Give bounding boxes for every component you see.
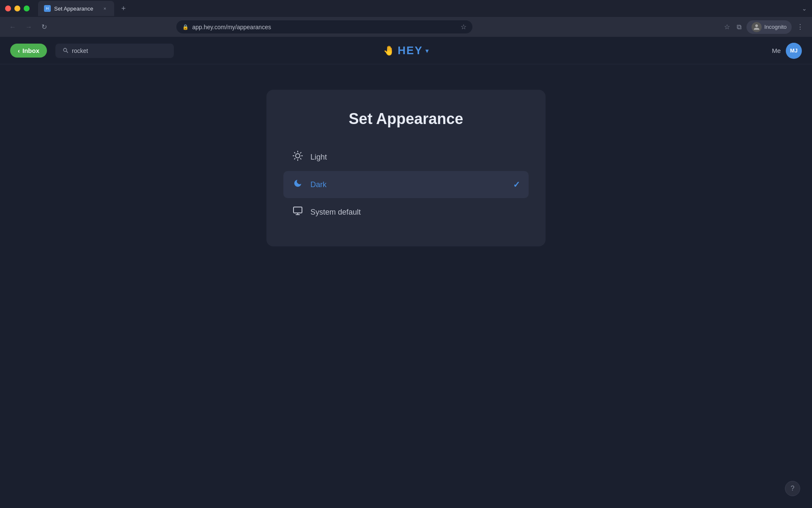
- me-label: Me: [772, 47, 781, 54]
- browser-chrome: H Set Appearance × + ⌄ ← → ↻ 🔒 app.hey.c…: [0, 0, 812, 37]
- expand-tabs-button[interactable]: ⌄: [802, 5, 807, 12]
- window-maximize-button[interactable]: [24, 6, 30, 11]
- active-tab[interactable]: H Set Appearance ×: [38, 1, 114, 16]
- svg-line-7: [294, 158, 295, 159]
- browser-split-button[interactable]: ⧉: [735, 22, 743, 33]
- header-right: Me MJ: [772, 43, 802, 59]
- appearance-panel: Set Appearance: [266, 90, 546, 246]
- tab-bar: H Set Appearance × + ⌄: [0, 0, 812, 17]
- option-light[interactable]: Light: [283, 143, 529, 171]
- help-button[interactable]: ?: [785, 481, 800, 496]
- selected-checkmark: ✓: [513, 179, 520, 190]
- light-label: Light: [310, 153, 327, 162]
- avatar[interactable]: MJ: [786, 43, 802, 59]
- svg-line-4: [300, 158, 301, 159]
- incognito-badge[interactable]: Incognito: [746, 20, 792, 34]
- search-bar[interactable]: rocket: [55, 44, 174, 58]
- app-content: ‹ Inbox rocket 🤚 HEY ▾ Me MJ Set Appeara…: [0, 37, 812, 508]
- browser-star-button[interactable]: ☆: [722, 21, 732, 33]
- svg-line-3: [294, 152, 295, 153]
- browser-actions: ☆ ⧉ Incognito ⋮: [722, 20, 805, 34]
- tab-close-button[interactable]: ×: [102, 5, 108, 12]
- window-controls: [5, 6, 30, 11]
- search-text: rocket: [72, 47, 88, 54]
- light-icon: [292, 151, 304, 163]
- system-icon: [292, 206, 304, 218]
- window-close-button[interactable]: [5, 6, 11, 11]
- new-tab-button[interactable]: +: [118, 3, 129, 14]
- window-minimize-button[interactable]: [14, 6, 20, 11]
- hey-dropdown-arrow: ▾: [425, 47, 429, 54]
- hey-logo-text: HEY: [398, 44, 422, 57]
- hey-logo-icon: 🤚: [383, 45, 395, 56]
- option-system[interactable]: System default: [283, 198, 529, 226]
- app-header: ‹ Inbox rocket 🤚 HEY ▾ Me MJ: [0, 37, 812, 64]
- incognito-label: Incognito: [764, 24, 787, 30]
- bookmark-button[interactable]: ☆: [461, 23, 466, 31]
- panel-title: Set Appearance: [283, 110, 529, 128]
- inbox-arrow-icon: ‹: [18, 47, 20, 54]
- back-button[interactable]: ←: [7, 22, 19, 33]
- option-list: Light Dark ✓: [283, 143, 529, 226]
- tab-title: Set Appearance: [54, 6, 93, 12]
- search-icon: [62, 47, 69, 55]
- help-label: ?: [791, 485, 795, 492]
- svg-point-0: [296, 154, 300, 158]
- svg-rect-9: [294, 207, 302, 213]
- svg-line-8: [300, 152, 301, 153]
- option-dark[interactable]: Dark ✓: [283, 171, 529, 198]
- incognito-avatar: [752, 22, 762, 32]
- address-bar: ← → ↻ 🔒 app.hey.com/my/appearances ☆ ☆ ⧉…: [0, 17, 812, 37]
- forward-button[interactable]: →: [23, 22, 35, 33]
- main-content: Set Appearance: [0, 64, 812, 246]
- inbox-label: Inbox: [22, 47, 39, 54]
- browser-more-button[interactable]: ⋮: [795, 21, 805, 33]
- inbox-button[interactable]: ‹ Inbox: [10, 44, 47, 58]
- dark-icon: [292, 179, 304, 190]
- dark-label: Dark: [310, 180, 326, 189]
- hey-logo[interactable]: 🤚 HEY ▾: [383, 44, 428, 57]
- address-input[interactable]: 🔒 app.hey.com/my/appearances ☆: [176, 20, 472, 33]
- system-label: System default: [310, 208, 361, 217]
- tab-favicon: H: [44, 5, 51, 12]
- reload-button[interactable]: ↻: [39, 21, 49, 33]
- lock-icon: 🔒: [182, 24, 189, 30]
- address-text: app.hey.com/my/appearances: [192, 24, 457, 30]
